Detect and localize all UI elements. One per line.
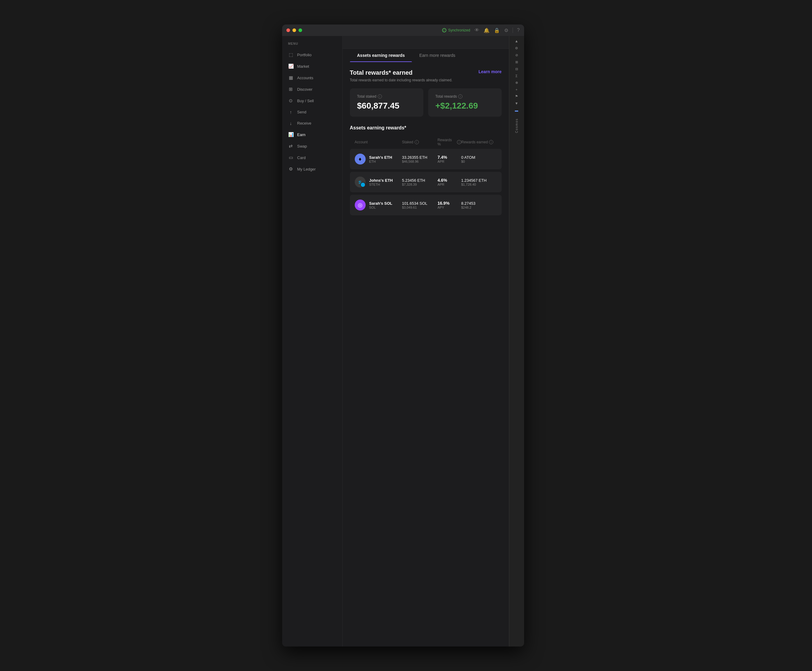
rewards-usd: $248.2 xyxy=(461,206,497,209)
rewards-pct-info-icon[interactable]: i xyxy=(457,140,461,144)
sidebar-item-card[interactable]: ▭ Card xyxy=(282,152,342,163)
rewards-amount: 0 ATOM xyxy=(461,155,497,160)
sidebar-item-discover[interactable]: ⊞ Discover xyxy=(282,83,342,95)
panel-chevron-down[interactable]: ▼ xyxy=(515,101,518,106)
sidebar-item-market[interactable]: 📈 Market xyxy=(282,60,342,72)
assets-section-title: Assets earning rewards* xyxy=(350,125,502,131)
sidebar-item-label: My Ledger xyxy=(297,167,316,172)
staked-info-icon[interactable]: i xyxy=(378,94,382,99)
panel-settings-icon[interactable]: ⚙ xyxy=(515,46,518,50)
apy-label: APR xyxy=(437,183,461,186)
col-rewards-earned: Rewards earned i xyxy=(461,138,497,146)
panel-view-icon[interactable]: ⊟ xyxy=(515,67,518,71)
right-panel: ▲ ⚙ ⊘ ⊞ ⊟ Σ ⊕ + ⚑ ▼ ▬ Cosmos xyxy=(509,36,524,647)
panel-card-indicator: ▬ xyxy=(515,109,518,112)
assets-table: Assets earning rewards* Account Staked i xyxy=(350,125,502,215)
panel-grid-icon[interactable]: ⊞ xyxy=(515,60,518,64)
market-icon: 📈 xyxy=(288,63,294,69)
discover-icon: ⊞ xyxy=(288,87,294,92)
asset-ticker: SOL xyxy=(369,206,393,209)
sidebar-item-label: Discover xyxy=(297,87,313,92)
staked-amount: 5.23456 ETH xyxy=(402,178,437,183)
sidebar-item-receive[interactable]: ↓ Receive xyxy=(282,118,342,129)
tab-earn-more[interactable]: Earn more rewards xyxy=(412,49,462,62)
sync-label: Synchronized xyxy=(448,28,470,32)
asset-info: S Johns's ETH STETH xyxy=(355,177,402,187)
sync-status: ✓ Synchronized xyxy=(442,28,470,32)
my-ledger-icon: ⚙ xyxy=(288,166,294,172)
sidebar-item-my-ledger[interactable]: ⚙ My Ledger xyxy=(282,163,342,175)
send-icon: ↑ xyxy=(288,109,294,115)
panel-globe-icon[interactable]: ⊕ xyxy=(515,81,518,85)
staked-value: $60,877.45 xyxy=(357,101,416,111)
table-row[interactable]: ◎ Sarah's SOL SOL 101.6534 SOL $3,049.61 xyxy=(350,195,502,215)
earn-icon: 📊 xyxy=(288,132,294,137)
card-icon: ▭ xyxy=(288,155,294,160)
sidebar-item-label: Send xyxy=(297,110,306,114)
close-button[interactable] xyxy=(286,29,290,32)
rewards-earned-info-icon[interactable]: i xyxy=(489,140,493,144)
sidebar-item-swap[interactable]: ⇄ Swap xyxy=(282,140,342,152)
apy-label: APR xyxy=(437,160,461,163)
table-row[interactable]: ♦ Sarah's ETH ETH 33.26355 ETH $46,568.9… xyxy=(350,149,502,169)
sidebar-item-accounts[interactable]: ▦ Accounts xyxy=(282,72,342,83)
total-staked-card: Total staked i $60,877.45 xyxy=(350,88,423,117)
asset-name: Sarah's SOL xyxy=(369,201,393,206)
lock-icon[interactable]: 🔒 xyxy=(494,27,500,33)
main-content: Assets earning rewards Earn more rewards… xyxy=(343,36,509,647)
sol-avatar: ◎ xyxy=(355,199,366,211)
col-account: Account xyxy=(355,138,402,146)
top-bar xyxy=(343,36,509,49)
panel-sigma-icon[interactable]: Σ xyxy=(516,74,518,78)
rewards-amount: 1.234567 ETH xyxy=(461,178,497,183)
panel-flag-icon[interactable]: ⚑ xyxy=(515,94,518,98)
staked-usd: $3,049.61 xyxy=(402,206,437,209)
swap-icon: ⇄ xyxy=(288,143,294,149)
receive-icon: ↓ xyxy=(288,121,294,126)
asset-info: ♦ Sarah's ETH ETH xyxy=(355,153,402,165)
sidebar-item-send[interactable]: ↑ Send xyxy=(282,106,342,118)
apy-value: 4.6% xyxy=(437,178,461,183)
total-rewards-card: Total rewards i +$2,122.69 xyxy=(428,88,502,117)
help-icon[interactable]: ? xyxy=(517,27,520,33)
steth-avatar: S xyxy=(355,177,366,187)
titlebar: ✓ Synchronized 👁 🔔 🔒 ⚙ ? xyxy=(282,24,524,36)
rewards-header: Total rewards* earned Total rewards earn… xyxy=(350,69,502,82)
eth-avatar: ♦ xyxy=(355,153,366,165)
maximize-button[interactable] xyxy=(298,29,302,32)
apy-value: 16.9% xyxy=(437,201,461,206)
rewards-subtitle: Total rewards earned to date including r… xyxy=(350,78,453,82)
bell-icon[interactable]: 🔔 xyxy=(483,27,490,33)
rewards-label: Total rewards i xyxy=(436,94,494,99)
buy-sell-icon: ⊙ xyxy=(288,98,294,104)
panel-add-icon[interactable]: + xyxy=(516,88,518,91)
portfolio-icon: ⬚ xyxy=(288,52,294,58)
staked-col-info-icon[interactable]: i xyxy=(415,140,419,144)
apy-value: 7.4% xyxy=(437,155,461,160)
rewards-value: +$2,122.69 xyxy=(436,101,494,111)
minimize-button[interactable] xyxy=(293,29,296,32)
rewards-amount: 8.27453 xyxy=(461,201,497,206)
gear-icon[interactable]: ⚙ xyxy=(504,27,508,33)
rewards-usd: $1,728.40 xyxy=(461,183,497,186)
staked-usd: $46,568.96 xyxy=(402,160,437,163)
tab-assets-earning[interactable]: Assets earning rewards xyxy=(350,49,412,62)
col-rewards-pct: Rewards % i xyxy=(437,138,461,146)
sidebar-item-buy-sell[interactable]: ⊙ Buy / Sell xyxy=(282,95,342,106)
sidebar-item-label: Swap xyxy=(297,144,307,148)
learn-more-link[interactable]: Learn more xyxy=(478,69,501,74)
sidebar-item-label: Market xyxy=(297,64,309,69)
panel-chevron-up[interactable]: ▲ xyxy=(515,39,518,43)
sidebar-item-portfolio[interactable]: ⬚ Portfolio xyxy=(282,49,342,60)
accounts-icon: ▦ xyxy=(288,75,294,80)
asset-ticker: ETH xyxy=(369,160,392,163)
rewards-usd: $0 xyxy=(461,160,497,163)
sidebar-item-earn[interactable]: 📊 Earn xyxy=(282,129,342,140)
rewards-info-icon[interactable]: i xyxy=(458,94,462,99)
table-row[interactable]: S Johns's ETH STETH 5.23456 ETH $7,328.3… xyxy=(350,172,502,192)
eye-icon[interactable]: 👁 xyxy=(475,27,479,33)
asset-name: Johns's ETH xyxy=(369,178,393,183)
panel-block-icon[interactable]: ⊘ xyxy=(515,53,518,57)
sidebar-item-label: Accounts xyxy=(297,76,313,80)
divider xyxy=(512,27,513,33)
